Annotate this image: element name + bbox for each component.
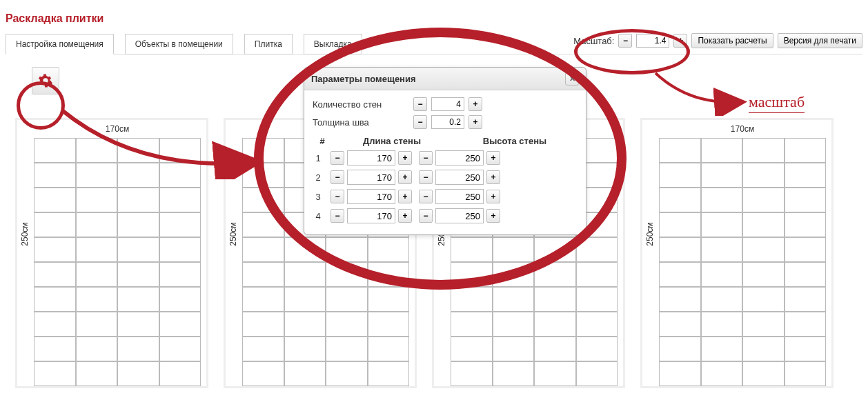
tile-cell [493, 361, 535, 386]
height-stepper: − + [419, 208, 500, 223]
minus-icon: − [335, 211, 339, 221]
scale-input[interactable] [636, 34, 669, 48]
tile-cell [368, 337, 410, 361]
tab-label: Объекты в помещении [135, 39, 223, 49]
wall-count-input[interactable] [431, 97, 464, 111]
tile-cell [242, 237, 284, 262]
tile-cell [785, 163, 827, 188]
col-height: Высота стены [452, 136, 578, 146]
tile-cell [284, 262, 326, 287]
annotation-text: масштаб [749, 93, 805, 113]
h-minus-button[interactable]: − [419, 190, 433, 203]
scale-minus-button[interactable]: − [618, 34, 632, 48]
row-index: 4 [313, 211, 324, 221]
tab-room-objects[interactable]: Объекты в помещении [125, 34, 233, 54]
len-input[interactable] [347, 150, 395, 166]
tab-room-settings[interactable]: Настройка помещения [6, 34, 114, 54]
wall-height-label: 250см [645, 222, 655, 245]
plus-icon: + [491, 211, 495, 221]
h-input[interactable] [435, 208, 484, 223]
len-input[interactable] [347, 189, 395, 204]
plus-icon: + [402, 172, 407, 182]
h-input[interactable] [435, 150, 484, 166]
minus-icon: − [417, 117, 422, 127]
print-version-button[interactable]: Версия для печати [778, 33, 862, 48]
wall-count-plus-button[interactable]: + [468, 97, 482, 111]
row-index: 3 [313, 192, 324, 202]
scale-plus-button[interactable]: + [673, 34, 687, 48]
tile-cell [117, 312, 159, 337]
page-title: Раскладка плитки [6, 12, 862, 25]
h-input[interactable] [435, 189, 484, 204]
tile-cell [76, 337, 118, 361]
tile-cell [576, 361, 618, 386]
plus-icon: + [491, 192, 495, 201]
len-minus-button[interactable]: − [331, 209, 344, 223]
button-label: Показать расчеты [698, 36, 767, 46]
tile-cell [785, 188, 827, 212]
tile-cell [742, 361, 785, 386]
h-plus-button[interactable]: + [486, 151, 500, 165]
minus-icon: − [335, 192, 339, 201]
tile-cell [659, 237, 701, 262]
seam-row: Толщина шва − + [313, 115, 578, 129]
tile-cell [326, 237, 368, 262]
h-input[interactable] [435, 170, 484, 185]
len-plus-button[interactable]: + [398, 209, 412, 223]
tile-cell [785, 262, 827, 287]
settings-button[interactable] [32, 67, 59, 94]
tile-cell [493, 262, 535, 287]
len-input[interactable] [347, 170, 395, 185]
len-plus-button[interactable]: + [398, 170, 412, 184]
show-calculations-button[interactable]: Показать расчеты [691, 33, 773, 48]
tile-cell [242, 337, 284, 361]
row-index: 1 [313, 153, 324, 163]
tile-cell [742, 287, 785, 312]
wall-count-label: Количество стен [313, 99, 409, 110]
len-minus-button[interactable]: − [331, 170, 344, 184]
minus-icon: − [335, 172, 339, 182]
scale-label: Масштаб: [573, 36, 614, 46]
h-plus-button[interactable]: + [486, 170, 500, 184]
tile-cell [242, 361, 284, 386]
len-minus-button[interactable]: − [331, 190, 344, 203]
tile-cell [534, 237, 576, 262]
tile-cell [493, 237, 535, 262]
table-row: 2 − + − + [313, 170, 578, 185]
tab-tile[interactable]: Плитка [244, 34, 293, 54]
minus-icon: − [335, 153, 339, 163]
seam-minus-button[interactable]: − [413, 115, 427, 129]
len-plus-button[interactable]: + [398, 190, 412, 203]
len-plus-button[interactable]: + [398, 151, 412, 165]
len-minus-button[interactable]: − [331, 151, 344, 165]
seam-input[interactable] [431, 115, 464, 129]
wall-count-minus-button[interactable]: − [413, 97, 427, 111]
tile-cell [534, 312, 576, 337]
h-minus-button[interactable]: − [419, 151, 433, 165]
tile-cell [451, 337, 493, 361]
h-plus-button[interactable]: + [486, 190, 500, 203]
wall-height-label: 250см [20, 222, 30, 245]
tabs: Настройка помещения Объекты в помещении … [6, 33, 362, 54]
wall-height-label: 250см [228, 222, 238, 245]
seam-plus-button[interactable]: + [468, 115, 482, 129]
plus-icon: + [473, 117, 477, 127]
tile-cell [785, 212, 827, 237]
tile-cell [368, 287, 410, 312]
tile-cell [368, 312, 410, 337]
seam-label: Толщина шва [313, 117, 409, 128]
panel-header[interactable]: Параметры помещения ✕ [304, 68, 586, 90]
tile-cell [284, 237, 326, 262]
h-minus-button[interactable]: − [419, 209, 433, 223]
tile-cell [117, 237, 159, 262]
h-plus-button[interactable]: + [486, 209, 500, 223]
tab-layout[interactable]: Выкладка [304, 34, 362, 54]
tile-cell [326, 312, 368, 337]
tile-cell [326, 287, 368, 312]
len-input[interactable] [347, 208, 395, 223]
panel-close-button[interactable]: ✕ [565, 72, 579, 86]
tile-cell [742, 237, 785, 262]
h-minus-button[interactable]: − [419, 170, 433, 184]
tile-cell [117, 337, 159, 361]
minus-icon: − [423, 192, 428, 201]
